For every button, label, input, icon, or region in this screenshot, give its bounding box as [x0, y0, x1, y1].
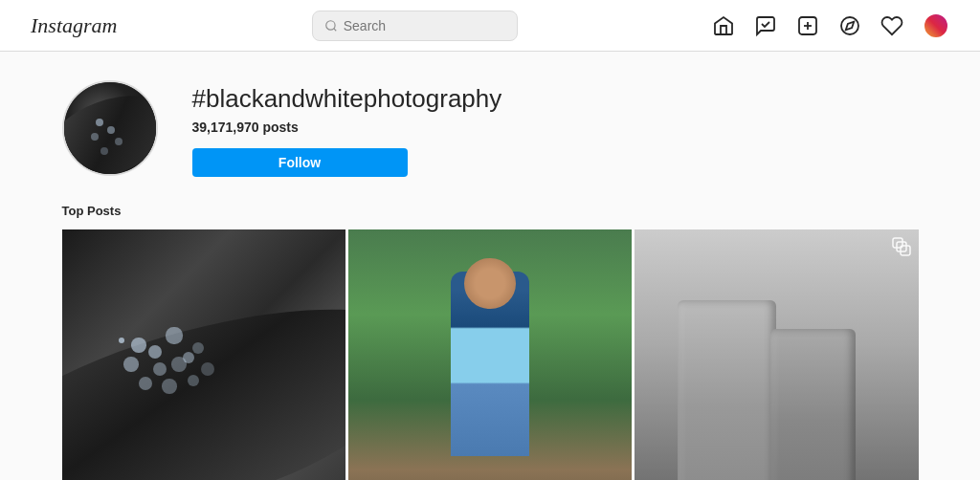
search-bar[interactable]: [312, 11, 518, 41]
hashtag-avatar: [62, 80, 158, 176]
svg-point-5: [841, 17, 858, 34]
profile-avatar[interactable]: [923, 12, 949, 39]
messenger-icon[interactable]: [754, 14, 777, 37]
home-icon[interactable]: [712, 14, 735, 37]
posts-count-number: 39,171,970: [192, 120, 259, 135]
svg-line-1: [333, 29, 336, 32]
instagram-logo: Instagram: [31, 13, 117, 38]
create-icon[interactable]: [796, 14, 819, 37]
svg-point-0: [325, 21, 334, 30]
multi-post-icon: [892, 237, 911, 256]
heart-icon[interactable]: [880, 14, 903, 37]
explore-icon[interactable]: [838, 14, 861, 37]
post-image-1: [62, 229, 345, 480]
search-icon: [324, 17, 338, 34]
profile-info: #blackandwhitephotography 39,171,970 pos…: [192, 80, 919, 177]
main-content: #blackandwhitephotography 39,171,970 pos…: [43, 52, 938, 480]
nav-icons: [712, 12, 949, 39]
svg-marker-6: [846, 21, 854, 29]
search-input[interactable]: [344, 18, 505, 33]
post-image-2: [348, 229, 632, 480]
grid-item-1[interactable]: [62, 229, 345, 480]
profile-section: #blackandwhitephotography 39,171,970 pos…: [43, 80, 938, 177]
posts-grid: [43, 229, 938, 480]
header: Instagram: [0, 0, 980, 52]
hashtag-avatar-image: [64, 82, 156, 174]
follow-button[interactable]: Follow: [192, 148, 408, 177]
posts-label: posts: [262, 120, 298, 135]
grid-item-3[interactable]: [635, 229, 918, 480]
posts-count: 39,171,970 posts: [192, 120, 919, 135]
post-image-3: [635, 229, 918, 480]
hashtag-title: #blackandwhitephotography: [192, 84, 919, 114]
top-posts-label: Top Posts: [43, 204, 938, 218]
grid-item-2[interactable]: [348, 229, 632, 480]
